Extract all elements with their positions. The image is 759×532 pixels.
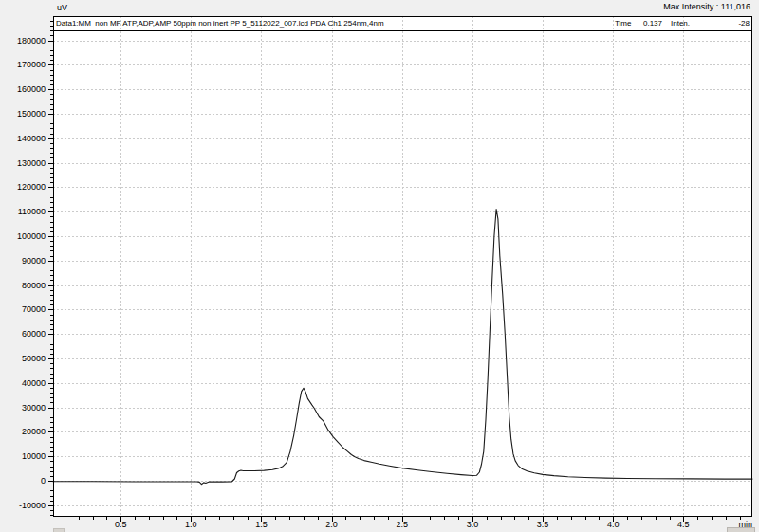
svg-text:1.0: 1.0 (185, 520, 197, 529)
trace-title: Data1:MM non MF ATP,ADP,AMP 50ppm non in… (56, 17, 384, 29)
svg-text:120000: 120000 (17, 182, 46, 192)
cursor-inten-label: Inten. (671, 17, 690, 29)
svg-text:150000: 150000 (17, 109, 46, 119)
svg-text:0: 0 (41, 476, 46, 486)
svg-text:1.5: 1.5 (255, 520, 268, 529)
svg-text:130000: 130000 (17, 158, 46, 168)
cursor-time-label: Time (615, 17, 631, 29)
vertical-scrollbar-fragment[interactable] (53, 528, 65, 532)
svg-text:0.5: 0.5 (115, 520, 127, 529)
x-tick-labels: 0.51.01.52.02.53.03.54.04.5min (115, 520, 752, 529)
svg-text:3.0: 3.0 (467, 520, 479, 529)
svg-text:170000: 170000 (17, 60, 46, 69)
svg-text:50000: 50000 (22, 354, 46, 363)
cursor-time-value: 0.137 (643, 17, 662, 29)
chromatogram-canvas[interactable]: 0.51.01.52.02.53.03.54.04.5min-100000100… (0, 0, 759, 532)
svg-text:2.5: 2.5 (397, 520, 409, 529)
svg-text:-10000: -10000 (19, 501, 46, 510)
svg-text:4.5: 4.5 (677, 520, 690, 529)
svg-text:4.0: 4.0 (607, 520, 620, 529)
horizontal-scrollbar-fragment[interactable] (727, 527, 755, 532)
svg-text:80000: 80000 (22, 281, 46, 290)
chromatogram-window: uV Max Intensity : 111,016 0.51.01.52.02… (0, 0, 759, 532)
cursor-inten-value: -28 (738, 17, 750, 29)
svg-text:100000: 100000 (17, 231, 46, 241)
svg-text:2.0: 2.0 (325, 520, 338, 529)
trace-header-strip: Data1:MM non MF ATP,ADP,AMP 50ppm non in… (54, 17, 751, 30)
svg-text:140000: 140000 (17, 134, 46, 143)
svg-text:90000: 90000 (22, 256, 46, 266)
svg-text:3.5: 3.5 (537, 520, 549, 529)
svg-text:40000: 40000 (22, 378, 46, 388)
svg-text:30000: 30000 (22, 403, 46, 413)
svg-text:110000: 110000 (18, 207, 46, 216)
svg-text:70000: 70000 (22, 304, 46, 314)
svg-text:20000: 20000 (22, 427, 46, 436)
svg-text:60000: 60000 (22, 329, 46, 339)
svg-text:160000: 160000 (17, 84, 46, 94)
svg-text:10000: 10000 (22, 451, 46, 461)
svg-text:180000: 180000 (17, 36, 46, 46)
y-tick-labels: -100000100002000030000400005000060000700… (17, 36, 46, 510)
